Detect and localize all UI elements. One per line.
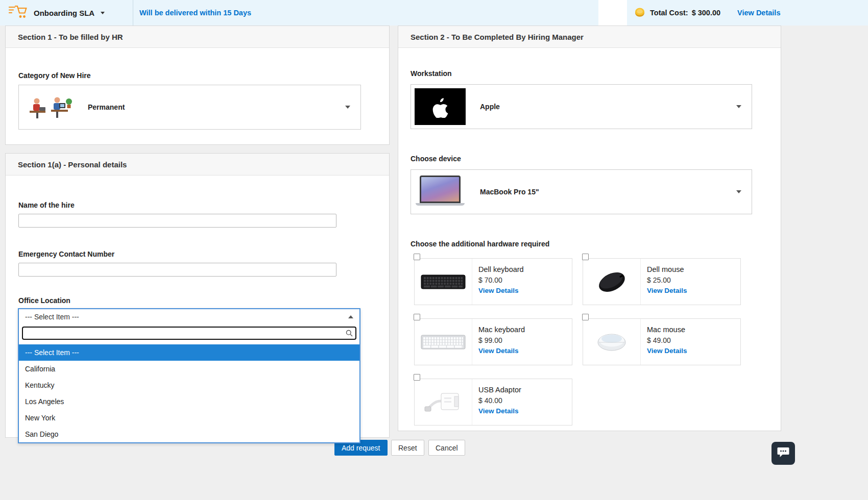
office-location-label: Office Location: [18, 296, 376, 305]
dropdown-option-new-york[interactable]: New York: [19, 410, 359, 426]
usb-adaptor-image: [415, 379, 472, 425]
dropdown-option-california[interactable]: California: [19, 361, 359, 377]
item-name: USB Adaptor: [478, 386, 521, 394]
search-icon: [346, 330, 353, 339]
emergency-field-group: Emergency Contact Number: [18, 250, 376, 277]
item-view-details-link[interactable]: View Details: [478, 407, 521, 415]
item-name: Dell mouse: [647, 265, 687, 273]
total-cost-label: Total Cost:: [650, 9, 688, 17]
chevron-down-icon[interactable]: [101, 12, 105, 14]
office-location-selected[interactable]: --- Select Item ---: [19, 309, 359, 324]
hardware-card-dell-keyboard: Dell keyboard $ 70.00 View Details: [414, 258, 572, 305]
item-view-details-link[interactable]: View Details: [478, 347, 525, 355]
section-1a-header: Section 1(a) - Personal details: [6, 154, 389, 176]
category-label: Category of New Hire: [18, 71, 376, 80]
delivery-note: Will be delivered within 15 Days: [139, 9, 251, 17]
app-title: Onboarding SLA: [34, 9, 94, 17]
dell-mouse-checkbox[interactable]: [582, 254, 589, 260]
name-input[interactable]: [18, 214, 336, 228]
item-name: Mac keyboard: [478, 326, 525, 334]
dropdown-option-kentucky[interactable]: Kentucky: [19, 377, 359, 393]
total-cost-value: $ 300.00: [692, 9, 720, 17]
category-image: [22, 89, 74, 126]
workstation-select[interactable]: Apple: [411, 84, 752, 129]
apple-logo-icon: [415, 88, 466, 125]
category-select[interactable]: Permanent: [18, 85, 361, 130]
topbar: Onboarding SLA Will be delivered within …: [0, 0, 868, 26]
chat-button[interactable]: [771, 442, 795, 465]
usb-adaptor-checkbox[interactable]: [414, 374, 420, 381]
item-view-details-link[interactable]: View Details: [647, 347, 687, 355]
workstation-value: Apple: [480, 103, 500, 111]
dropdown-option-select-item[interactable]: --- Select Item ---: [19, 344, 359, 361]
workstation-label: Workstation: [411, 69, 768, 78]
name-field-group: Name of the hire: [18, 176, 376, 228]
section-2-panel: Section 2 - To Be Completed By Hiring Ma…: [398, 26, 781, 431]
office-location-dropdown-open: --- Select Item --- --- Select Item --- …: [18, 308, 360, 443]
dropdown-search-box: [19, 324, 359, 344]
workstation-group: Workstation Apple: [411, 48, 768, 129]
mac-mouse-image: [583, 319, 641, 365]
section-1-panel: Section 1 - To be filled by HR Category …: [5, 26, 390, 145]
chevron-down-icon[interactable]: [736, 105, 741, 108]
item-price: $ 70.00: [478, 276, 524, 284]
item-price: $ 40.00: [478, 396, 521, 405]
chevron-up-icon: [348, 315, 353, 318]
dell-keyboard-image: [415, 259, 472, 305]
mac-mouse-checkbox[interactable]: [582, 314, 589, 320]
item-view-details-link[interactable]: View Details: [478, 287, 524, 294]
dropdown-search-input[interactable]: [22, 327, 356, 340]
macbook-image: [415, 173, 466, 210]
chevron-down-icon[interactable]: [736, 190, 741, 193]
chat-icon: [777, 446, 790, 461]
office-location-group: Office Location: [18, 296, 376, 305]
cart-icon: [8, 4, 28, 21]
device-select[interactable]: MacBook Pro 15": [411, 169, 752, 214]
hardware-label: Choose the additional hardware required: [411, 240, 768, 248]
section-1-header: Section 1 - To be filled by HR: [6, 26, 389, 48]
app-switcher[interactable]: Onboarding SLA: [0, 0, 133, 26]
mac-keyboard-checkbox[interactable]: [414, 314, 420, 320]
topbar-spacer: [598, 0, 627, 26]
hardware-card-mac-keyboard: Mac keyboard $ 99.00 View Details: [414, 318, 572, 365]
section-2-header: Section 2 - To Be Completed By Hiring Ma…: [398, 26, 781, 48]
item-name: Mac mouse: [647, 326, 687, 334]
item-price: $ 99.00: [478, 336, 525, 344]
dell-mouse-image: [583, 259, 641, 305]
emergency-contact-input[interactable]: [18, 263, 336, 277]
item-price: $ 49.00: [647, 336, 687, 344]
reset-button[interactable]: Reset: [391, 440, 424, 456]
item-name: Dell keyboard: [478, 265, 524, 273]
dropdown-option-los-angeles[interactable]: Los Angeles: [19, 393, 359, 410]
category-value: Permanent: [88, 103, 125, 111]
hardware-card-dell-mouse: Dell mouse $ 25.00 View Details: [583, 258, 741, 305]
emergency-contact-label: Emergency Contact Number: [18, 250, 376, 258]
device-group: Choose device MacBook Pro 15": [411, 155, 768, 214]
hardware-card-mac-mouse: Mac mouse $ 49.00 View Details: [583, 318, 741, 365]
name-label: Name of the hire: [18, 201, 376, 209]
device-label: Choose device: [411, 155, 768, 163]
item-price: $ 25.00: [647, 276, 687, 284]
cancel-button[interactable]: Cancel: [428, 440, 465, 456]
hardware-card-usb-adaptor: USB Adaptor $ 40.00 View Details: [414, 379, 572, 426]
cost-summary: Total Cost: $ 300.00 View Details: [627, 0, 868, 26]
hardware-grid: Dell keyboard $ 70.00 View Details: [414, 258, 768, 426]
office-location-selected-text: --- Select Item ---: [25, 313, 79, 321]
dropdown-option-san-diego[interactable]: San Diego: [19, 426, 359, 442]
sla-banner: Will be delivered within 15 Days: [133, 0, 598, 26]
item-view-details-link[interactable]: View Details: [647, 287, 687, 294]
dell-keyboard-checkbox[interactable]: [414, 254, 420, 260]
device-value: MacBook Pro 15": [480, 188, 539, 196]
view-details-link[interactable]: View Details: [737, 9, 780, 17]
coin-icon: [634, 7, 645, 19]
mac-keyboard-image: [415, 319, 472, 365]
chevron-down-icon[interactable]: [345, 106, 350, 109]
